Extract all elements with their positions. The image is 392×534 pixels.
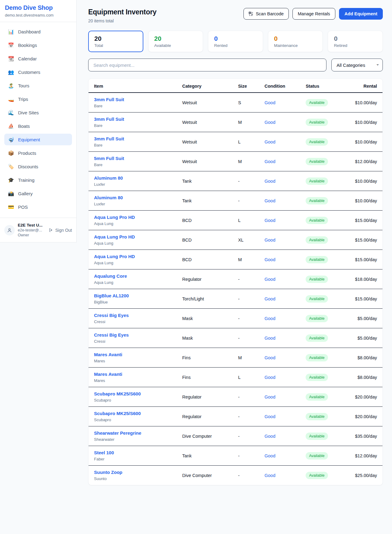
item-name-link[interactable]: Mares Avanti xyxy=(94,352,122,357)
sidebar-item[interactable]: 📆 Calendar xyxy=(4,53,72,64)
sidebar-item[interactable]: 📊 Dashboard xyxy=(4,26,72,37)
status-badge: Available xyxy=(306,354,328,361)
item-brand: Cressi xyxy=(94,319,171,324)
item-name-link[interactable]: Aqua Lung Pro HD xyxy=(94,215,135,220)
condition-link[interactable]: Good xyxy=(265,395,275,399)
sidebar-item-icon: 🤿 xyxy=(8,137,14,143)
status-cell: Available xyxy=(300,191,349,211)
manage-rentals-button[interactable]: Manage Rentals xyxy=(292,8,335,20)
condition-link[interactable]: Good xyxy=(265,355,275,360)
condition-link[interactable]: Good xyxy=(265,198,275,203)
stat-card[interactable]: 0 Rented xyxy=(208,31,263,52)
equipment-table: Item Category Size Condition Status Rent… xyxy=(89,79,383,485)
condition-link[interactable]: Good xyxy=(265,414,275,419)
condition-link[interactable]: Good xyxy=(265,453,275,458)
item-name-link[interactable]: 3mm Full Suit xyxy=(94,116,124,122)
rental-cell: $20.00/day xyxy=(349,387,383,407)
condition-link[interactable]: Good xyxy=(265,139,275,144)
condition-cell: Good xyxy=(259,230,300,250)
sidebar-item[interactable]: 🏷️ Discounts xyxy=(4,161,72,172)
sidebar-item[interactable]: 🤿 Equipment xyxy=(4,134,72,145)
sidebar-item[interactable]: 👥 Customers xyxy=(4,66,72,78)
item-name-link[interactable]: 5mm Full Suit xyxy=(94,156,124,161)
item-name-link[interactable]: Aqua Lung Pro HD xyxy=(94,254,135,259)
condition-link[interactable]: Good xyxy=(265,257,275,262)
condition-link[interactable]: Good xyxy=(265,238,275,242)
stat-card[interactable]: 0 Retired xyxy=(328,31,383,52)
condition-cell: Good xyxy=(259,466,300,485)
condition-link[interactable]: Good xyxy=(265,179,275,184)
sidebar-item[interactable]: 📅 Bookings xyxy=(4,39,72,51)
rental-cell: $5.00/day xyxy=(349,328,383,348)
item-name-link[interactable]: Aqualung Core xyxy=(94,273,127,279)
table-row: 3mm Full Suit Bare Wetsuit S Good Availa… xyxy=(89,93,383,113)
condition-link[interactable]: Good xyxy=(265,473,275,478)
item-cell: Shearwater Peregrine Shearwater xyxy=(89,426,177,446)
condition-link[interactable]: Good xyxy=(265,296,275,301)
sidebar-item[interactable]: ⛵ Boats xyxy=(4,120,72,132)
status-cell: Available xyxy=(300,113,349,132)
category-filter-select[interactable]: All Categories xyxy=(331,59,383,71)
search-input[interactable] xyxy=(88,59,326,71)
rental-cell: $10.00/day xyxy=(349,113,383,132)
category-cell: Regulator xyxy=(177,387,232,407)
status-badge: Available xyxy=(306,393,328,401)
item-name-link[interactable]: Scubapro MK25/S600 xyxy=(94,391,141,396)
condition-link[interactable]: Good xyxy=(265,120,275,125)
size-cell: - xyxy=(232,446,259,466)
stat-card[interactable]: 0 Maintenance xyxy=(268,31,323,52)
item-name-link[interactable]: Aluminum 80 xyxy=(94,175,123,181)
item-cell: Aluminum 80 Luxfer xyxy=(89,191,177,211)
sign-out-button[interactable]: Sign Out xyxy=(49,228,72,233)
add-equipment-button[interactable]: Add Equipment xyxy=(339,8,383,20)
item-name-link[interactable]: Scubapro MK25/S600 xyxy=(94,411,141,416)
item-name-link[interactable]: Aqua Lung Pro HD xyxy=(94,234,135,239)
condition-link[interactable]: Good xyxy=(265,159,275,164)
item-name-link[interactable]: 3mm Full Suit xyxy=(94,136,124,141)
item-name-link[interactable]: Suunto Zoop xyxy=(94,470,122,475)
scan-barcode-button[interactable]: Scan Barcode xyxy=(243,8,289,20)
rental-cell: $12.00/day xyxy=(349,446,383,466)
rental-cell: $15.00/day xyxy=(349,289,383,309)
main-content: Equipment Inventory 20 items total Scan … xyxy=(77,0,392,485)
condition-cell: Good xyxy=(259,289,300,309)
condition-link[interactable]: Good xyxy=(265,218,275,223)
item-name-link[interactable]: Aluminum 80 xyxy=(94,195,123,200)
condition-link[interactable]: Good xyxy=(265,277,275,282)
manage-rentals-label: Manage Rentals xyxy=(298,11,330,16)
item-name-link[interactable]: Cressi Big Eyes xyxy=(94,313,129,318)
sidebar-item[interactable]: 🌊 Dive Sites xyxy=(4,107,72,118)
item-name-link[interactable]: Mares Avanti xyxy=(94,372,122,377)
rental-cell: $35.00/day xyxy=(349,426,383,446)
sidebar-item[interactable]: 🚤 Trips xyxy=(4,93,72,105)
sidebar-item-icon: 📊 xyxy=(8,29,14,35)
sidebar-item[interactable]: 🎓 Training xyxy=(4,174,72,186)
item-name-link[interactable]: Cressi Big Eyes xyxy=(94,332,129,338)
condition-link[interactable]: Good xyxy=(265,100,275,105)
brand-block: Demo Dive Shop demo.test.divestreams.com xyxy=(0,0,76,22)
item-brand: Faber xyxy=(94,457,171,461)
sidebar-item[interactable]: 💳 POS xyxy=(4,201,72,213)
condition-link[interactable]: Good xyxy=(265,375,275,380)
item-name-link[interactable]: 3mm Full Suit xyxy=(94,97,124,102)
item-name-link[interactable]: Steel 100 xyxy=(94,450,114,455)
stat-card[interactable]: 20 Total xyxy=(88,31,143,52)
table-row: Mares Avanti Mares Fins M Good Available… xyxy=(89,348,383,368)
item-name-link[interactable]: BigBlue AL1200 xyxy=(94,293,129,298)
stat-value: 20 xyxy=(94,35,137,42)
condition-link[interactable]: Good xyxy=(265,316,275,321)
sidebar-item[interactable]: 📸 Gallery xyxy=(4,188,72,199)
sidebar-item[interactable]: 🏝️ Tours xyxy=(4,80,72,91)
condition-link[interactable]: Good xyxy=(265,434,275,439)
item-name-link[interactable]: Shearwater Peregrine xyxy=(94,430,141,436)
size-cell: - xyxy=(232,407,259,426)
stat-card[interactable]: 20 Available xyxy=(148,31,203,52)
condition-cell: Good xyxy=(259,269,300,289)
condition-link[interactable]: Good xyxy=(265,336,275,341)
condition-cell: Good xyxy=(259,250,300,269)
status-badge: Available xyxy=(306,315,328,322)
sidebar-item[interactable]: 📦 Products xyxy=(4,147,72,159)
item-brand: Scubapro xyxy=(94,398,171,402)
size-cell: - xyxy=(232,191,259,211)
category-cell: Dive Computer xyxy=(177,426,232,446)
